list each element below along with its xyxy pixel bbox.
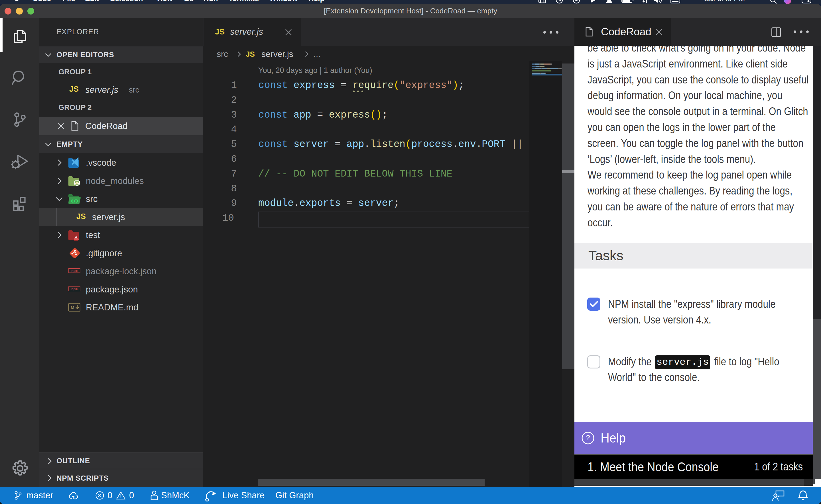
svg-text:npm: npm xyxy=(71,269,77,273)
svg-text:?: ? xyxy=(586,433,590,442)
svg-text:npm: npm xyxy=(71,287,77,291)
svg-text:JS: JS xyxy=(75,181,79,185)
svg-text:M: M xyxy=(71,305,74,310)
